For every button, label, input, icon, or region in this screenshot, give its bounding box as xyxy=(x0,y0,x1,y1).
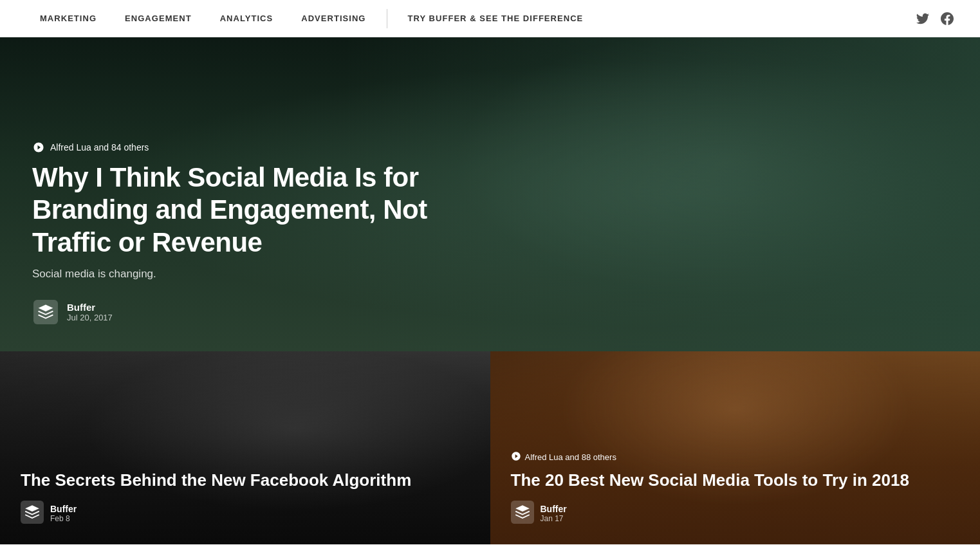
article-cards: The Secrets Behind the New Facebook Algo… xyxy=(0,351,980,544)
card-1-byline-name: Buffer xyxy=(50,504,77,514)
card-2-author-text: Alfred Lua and 88 others xyxy=(525,452,616,462)
hero-content: Alfred Lua and 84 others Why I Think Soc… xyxy=(32,141,483,326)
hero-byline-name: Buffer xyxy=(67,302,113,313)
hero-byline-date: Jul 20, 2017 xyxy=(67,313,113,322)
svg-rect-2 xyxy=(511,501,534,524)
nav-analytics[interactable]: ANALYTICS xyxy=(206,14,288,23)
card-facebook-algorithm[interactable]: The Secrets Behind the New Facebook Algo… xyxy=(0,351,490,544)
nav-divider xyxy=(387,9,387,28)
card-2-content: Alfred Lua and 88 others The 20 Best New… xyxy=(511,451,960,527)
card-1-byline-text: Buffer Feb 8 xyxy=(50,504,77,523)
card-1-byline: Buffer Feb 8 xyxy=(21,501,470,526)
hero-title: Why I Think Social Media Is for Branding… xyxy=(32,162,483,259)
card-2-wave-icon xyxy=(511,451,521,463)
card-1-content: The Secrets Behind the New Facebook Algo… xyxy=(21,470,470,527)
hero-byline: Buffer Jul 20, 2017 xyxy=(32,299,483,326)
card-2-byline-date: Jan 17 xyxy=(541,514,567,523)
svg-rect-1 xyxy=(21,501,44,524)
hero-byline-text: Buffer Jul 20, 2017 xyxy=(67,302,113,322)
buffer-logo xyxy=(32,299,59,326)
facebook-icon[interactable] xyxy=(940,12,954,26)
nav-marketing[interactable]: MARKETING xyxy=(26,14,111,23)
card-2-byline: Buffer Jan 17 xyxy=(511,501,960,526)
site-header: MARKETING ENGAGEMENT ANALYTICS ADVERTISI… xyxy=(0,0,980,37)
card-2-byline-text: Buffer Jan 17 xyxy=(541,504,567,523)
hero-author: Alfred Lua and 84 others xyxy=(32,141,483,154)
card-social-media-tools[interactable]: Alfred Lua and 88 others The 20 Best New… xyxy=(490,351,981,544)
card-2-title: The 20 Best New Social Media Tools to Tr… xyxy=(511,470,960,491)
hero-subtitle: Social media is changing. xyxy=(32,268,483,281)
nav-engagement[interactable]: ENGAGEMENT xyxy=(111,14,206,23)
social-links xyxy=(916,12,954,26)
twitter-icon[interactable] xyxy=(916,12,930,26)
card-1-byline-date: Feb 8 xyxy=(50,514,77,523)
card-2-logo xyxy=(511,501,534,526)
card-1-logo xyxy=(21,501,44,526)
nav-advertising[interactable]: ADVERTISING xyxy=(287,14,380,23)
try-buffer-cta[interactable]: TRY BUFFER & SEE THE DIFFERENCE xyxy=(394,14,598,23)
card-2-author: Alfred Lua and 88 others xyxy=(511,451,960,463)
card-2-byline-name: Buffer xyxy=(541,504,567,514)
hero-section[interactable]: Alfred Lua and 84 others Why I Think Soc… xyxy=(0,37,980,351)
wave-icon xyxy=(32,141,45,154)
hero-author-text: Alfred Lua and 84 others xyxy=(50,142,149,152)
card-1-title: The Secrets Behind the New Facebook Algo… xyxy=(21,470,470,491)
main-nav: MARKETING ENGAGEMENT ANALYTICS ADVERTISI… xyxy=(26,9,597,28)
svg-rect-0 xyxy=(33,300,58,324)
